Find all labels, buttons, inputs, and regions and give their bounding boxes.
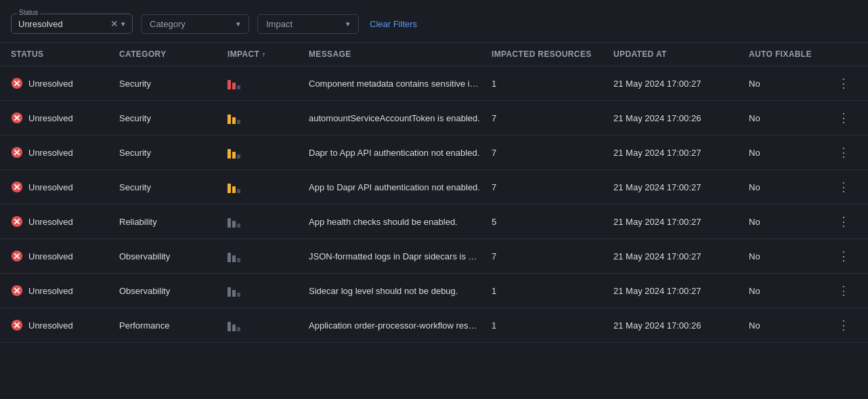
table-row: Unresolved Performance Application order… bbox=[0, 308, 868, 343]
impact-bar-icon bbox=[227, 112, 309, 124]
auto-fixable-cell: No bbox=[749, 148, 830, 158]
bar-2 bbox=[232, 290, 236, 297]
impact-cell bbox=[227, 77, 309, 89]
th-message: Message bbox=[309, 49, 492, 59]
category-cell: Performance bbox=[119, 320, 227, 331]
unresolved-icon bbox=[11, 215, 23, 228]
status-text: Unresolved bbox=[28, 320, 73, 331]
sort-asc-icon: ↑ bbox=[262, 51, 265, 58]
updated-at-cell: 21 May 2024 17:00:27 bbox=[613, 286, 749, 296]
status-filter-value: Unresolved bbox=[18, 19, 106, 29]
bar-2 bbox=[232, 324, 236, 331]
row-actions-menu[interactable]: ⋮ bbox=[830, 145, 857, 160]
issues-table: Status Category Impact ↑ Message Impacte… bbox=[0, 43, 868, 343]
chevron-down-icon: ▾ bbox=[346, 20, 350, 28]
status-cell: Unresolved bbox=[11, 285, 119, 297]
updated-at-cell: 21 May 2024 17:00:27 bbox=[613, 79, 749, 89]
table-row: Unresolved Security App to Dapr API auth… bbox=[0, 170, 868, 205]
unresolved-icon bbox=[11, 112, 23, 124]
th-category: Category bbox=[119, 49, 227, 59]
category-filter-label: Category bbox=[150, 19, 231, 29]
message-cell: App to Dapr API authentication not enabl… bbox=[309, 182, 492, 192]
category-cell: Observability bbox=[119, 286, 227, 296]
bar-1 bbox=[227, 80, 231, 89]
status-text: Unresolved bbox=[28, 286, 73, 296]
status-text: Unresolved bbox=[28, 113, 73, 123]
impacted-resources-cell: 7 bbox=[492, 251, 613, 261]
auto-fixable-cell: No bbox=[749, 320, 830, 331]
bar-2 bbox=[232, 186, 236, 193]
impact-bar-icon bbox=[227, 319, 309, 331]
unresolved-icon bbox=[11, 181, 23, 193]
bar-2 bbox=[232, 152, 236, 159]
bar-2 bbox=[232, 255, 236, 262]
auto-fixable-cell: No bbox=[749, 79, 830, 89]
unresolved-icon bbox=[11, 250, 23, 262]
impact-cell bbox=[227, 250, 309, 262]
message-cell: App health checks should be enabled. bbox=[309, 217, 492, 227]
clear-filters-button[interactable]: Clear Filters bbox=[370, 19, 417, 29]
category-cell: Security bbox=[119, 79, 227, 89]
th-impact[interactable]: Impact ↑ bbox=[227, 49, 309, 59]
auto-fixable-cell: No bbox=[749, 113, 830, 123]
chevron-down-icon[interactable]: ▾ bbox=[121, 20, 125, 28]
category-cell: Security bbox=[119, 148, 227, 158]
row-actions-menu[interactable]: ⋮ bbox=[830, 249, 857, 264]
bar-1 bbox=[227, 287, 231, 297]
row-actions-menu[interactable]: ⋮ bbox=[830, 283, 857, 298]
impact-bar-icon bbox=[227, 146, 309, 159]
bar-1 bbox=[227, 253, 231, 262]
impact-cell bbox=[227, 112, 309, 124]
impacted-resources-cell: 1 bbox=[492, 79, 613, 89]
row-actions-menu[interactable]: ⋮ bbox=[830, 214, 857, 229]
impacted-resources-cell: 1 bbox=[492, 286, 613, 296]
category-cell: Reliability bbox=[119, 217, 227, 227]
unresolved-icon bbox=[11, 319, 23, 331]
row-actions-menu[interactable]: ⋮ bbox=[830, 318, 857, 333]
message-cell: Sidecar log level should not be debug. bbox=[309, 286, 492, 296]
status-cell: Unresolved bbox=[11, 112, 119, 124]
updated-at-cell: 21 May 2024 17:00:27 bbox=[613, 148, 749, 158]
auto-fixable-cell: No bbox=[749, 182, 830, 192]
bar-2 bbox=[232, 83, 236, 89]
row-actions-menu[interactable]: ⋮ bbox=[830, 76, 857, 91]
impact-bar-icon bbox=[227, 215, 309, 228]
impacted-resources-cell: 1 bbox=[492, 320, 613, 331]
status-filter-legend: Status bbox=[17, 9, 40, 16]
table-row: Unresolved Security automountServiceAcco… bbox=[0, 101, 868, 135]
bar-1 bbox=[227, 322, 231, 331]
status-cell: Unresolved bbox=[11, 181, 119, 193]
impact-bar-icon bbox=[227, 181, 309, 193]
row-actions-menu[interactable]: ⋮ bbox=[830, 180, 857, 194]
impact-cell bbox=[227, 215, 309, 228]
impact-filter-label: Impact bbox=[266, 19, 341, 29]
bar-3 bbox=[237, 189, 240, 193]
status-filter-icons: ✕ ▾ bbox=[110, 18, 125, 29]
category-filter[interactable]: Category ▾ bbox=[141, 14, 249, 34]
bar-1 bbox=[227, 218, 231, 228]
status-cell: Unresolved bbox=[11, 319, 119, 331]
status-cell: Unresolved bbox=[11, 77, 119, 89]
th-status: Status bbox=[11, 49, 119, 59]
bar-3 bbox=[237, 85, 240, 89]
impact-bar-icon bbox=[227, 285, 309, 297]
updated-at-cell: 21 May 2024 17:00:27 bbox=[613, 217, 749, 227]
auto-fixable-cell: No bbox=[749, 286, 830, 296]
bar-3 bbox=[237, 224, 240, 228]
row-actions-menu[interactable]: ⋮ bbox=[830, 110, 857, 125]
updated-at-cell: 21 May 2024 17:00:27 bbox=[613, 251, 749, 261]
message-cell: automountServiceAccountToken is enabled. bbox=[309, 113, 492, 123]
impacted-resources-cell: 7 bbox=[492, 182, 613, 192]
bar-3 bbox=[237, 293, 240, 297]
message-cell: JSON-formatted logs in Dapr sidecars is … bbox=[309, 251, 492, 261]
clear-status-icon[interactable]: ✕ bbox=[110, 18, 118, 29]
bar-2 bbox=[232, 117, 236, 124]
status-filter[interactable]: Status Unresolved ✕ ▾ bbox=[11, 14, 133, 34]
message-cell: Component metadata contains sensitive in… bbox=[309, 79, 492, 89]
bar-3 bbox=[237, 154, 240, 159]
auto-fixable-cell: No bbox=[749, 217, 830, 227]
filter-bar: Status Unresolved ✕ ▾ Category ▾ Impact … bbox=[0, 0, 868, 43]
unresolved-icon bbox=[11, 77, 23, 89]
impact-filter[interactable]: Impact ▾ bbox=[257, 14, 359, 34]
table-row: Unresolved Security Component metadata c… bbox=[0, 66, 868, 101]
